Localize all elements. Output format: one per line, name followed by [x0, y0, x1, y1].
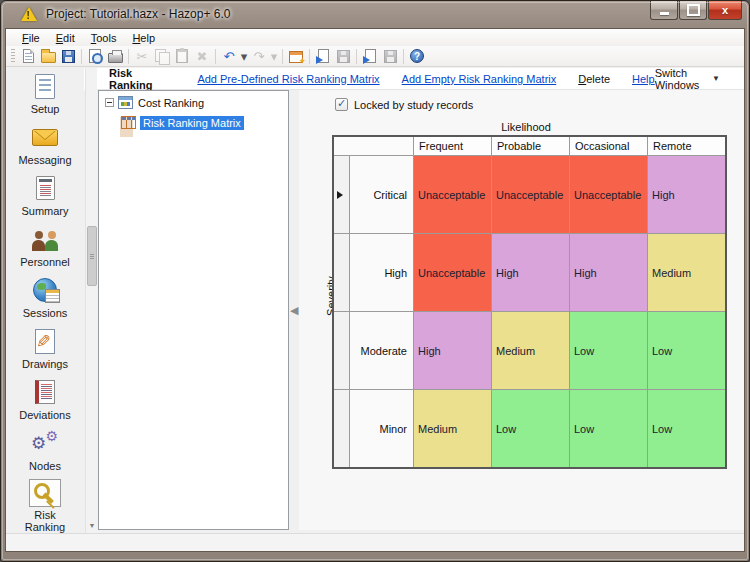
minimize-button[interactable]: [650, 1, 678, 20]
locked-checkbox[interactable]: [335, 98, 348, 111]
sidebar-item-deviations[interactable]: Deviations: [6, 374, 84, 425]
sidebar-item-nodes[interactable]: Nodes: [6, 425, 84, 476]
tree-node-label[interactable]: Cost Ranking: [138, 97, 204, 109]
sidebar-item-label: Personnel: [14, 256, 76, 268]
matrix-cell-moderate-frequent[interactable]: High: [414, 312, 491, 389]
matrix-row-header-minor[interactable]: Minor: [350, 390, 413, 467]
matrix-cell-minor-occasional[interactable]: Low: [570, 390, 647, 467]
matrix-row-header-critical[interactable]: Critical: [350, 156, 413, 233]
sidebar-item-label: Sessions: [14, 307, 76, 319]
matrix-cell-minor-probable[interactable]: Low: [492, 390, 569, 467]
open-report-icon[interactable]: [360, 47, 380, 65]
matrix-row-marker[interactable]: [334, 312, 349, 389]
new-file-icon[interactable]: [18, 47, 38, 65]
matrix-cell-critical-frequent[interactable]: Unacceptable: [414, 156, 491, 233]
matrix-panel: Locked by study records Likelihood Sever…: [299, 90, 744, 530]
matrix-table-icon: [121, 116, 136, 129]
maximize-button[interactable]: [679, 1, 707, 20]
toolbar-separator: [403, 49, 404, 64]
client-area: FileEditToolsHelp ✂✖↶▾↷▾? Risk Ranking A…: [5, 28, 745, 552]
report-icon: [36, 176, 55, 200]
matrix-cell-minor-remote[interactable]: Low: [648, 390, 725, 467]
menu-tools[interactable]: Tools: [83, 31, 125, 45]
current-row-arrow-icon: [337, 191, 343, 199]
matrix-col-header-frequent[interactable]: Frequent: [414, 137, 491, 155]
matrix-col-header-remote[interactable]: Remote: [648, 137, 725, 155]
tree-node-risk-ranking-matrix[interactable]: Risk Ranking Matrix: [121, 114, 288, 131]
header-action-delete[interactable]: Delete: [578, 73, 610, 85]
close-button[interactable]: x: [708, 1, 742, 20]
globe-calendar-icon: [33, 278, 57, 302]
matrix-row-marker[interactable]: [334, 156, 349, 233]
matrix-cell-moderate-remote[interactable]: Low: [648, 312, 725, 389]
matrix-col-header-probable[interactable]: Probable: [492, 137, 569, 155]
sidebar-scrollbar[interactable]: ▼: [85, 68, 97, 533]
switch-windows-label: Switch Windows: [655, 67, 706, 91]
print-icon: [108, 53, 123, 63]
undo-dropdown-icon: ▾: [241, 50, 248, 63]
redo-dropdown-icon: ▾: [271, 50, 278, 63]
menu-edit[interactable]: Edit: [48, 31, 83, 45]
undo-icon[interactable]: ↶: [219, 47, 239, 65]
toolbar-grip[interactable]: [11, 49, 15, 63]
sidebar-item-label: Deviations: [14, 409, 76, 421]
tree-node-label-selected[interactable]: Risk Ranking Matrix: [140, 116, 244, 130]
matrix-row-header-high[interactable]: High: [350, 234, 413, 311]
save-icon[interactable]: [58, 47, 78, 65]
locked-checkbox-label: Locked by study records: [354, 99, 473, 111]
toolbar-separator: [81, 49, 82, 64]
sidebar-item-messaging[interactable]: Messaging: [6, 119, 84, 170]
splitter-collapse-arrow[interactable]: ◀: [290, 301, 298, 319]
matrix-cell-moderate-probable[interactable]: Medium: [492, 312, 569, 389]
matrix-corner-cell: [334, 137, 413, 155]
help-icon[interactable]: ?: [407, 47, 427, 65]
notebook-icon: [35, 380, 55, 404]
scrollbar-down-arrow[interactable]: ▼: [86, 519, 98, 531]
delete-icon: ✖: [192, 47, 212, 65]
matrix-cell-critical-probable[interactable]: Unacceptable: [492, 156, 569, 233]
matrix-row-header-moderate[interactable]: Moderate: [350, 312, 413, 389]
copy-icon: [155, 49, 169, 63]
export-matrix-icon[interactable]: [286, 47, 306, 65]
print-icon[interactable]: [105, 47, 125, 65]
matrix-cell-minor-frequent[interactable]: Medium: [414, 390, 491, 467]
header-action-help[interactable]: Help: [632, 73, 655, 85]
risk-ranking-matrix: FrequentProbableOccasionalRemoteCritical…: [332, 135, 727, 469]
matrix-cell-critical-occasional[interactable]: Unacceptable: [570, 156, 647, 233]
matrix-cell-critical-remote[interactable]: High: [648, 156, 725, 233]
matrix-cell-high-frequent[interactable]: Unacceptable: [414, 234, 491, 311]
chevron-down-icon: ▼: [712, 74, 720, 83]
matrix-cell-high-occasional[interactable]: High: [570, 234, 647, 311]
matrix-cell-moderate-occasional[interactable]: Low: [570, 312, 647, 389]
sidebar-item-personnel[interactable]: Personnel: [6, 221, 84, 272]
title-bar[interactable]: Project: Tutorial.hazx - Hazop+ 6.0 x: [1, 1, 749, 28]
matrix-row-marker[interactable]: [334, 234, 349, 311]
matrix-row-marker[interactable]: [334, 390, 349, 467]
sidebar-item-summary[interactable]: Summary: [6, 170, 84, 221]
scrollbar-thumb[interactable]: [87, 226, 97, 286]
matrix-col-header-occasional[interactable]: Occasional: [570, 137, 647, 155]
open-study-icon[interactable]: [313, 47, 333, 65]
matrix-cell-high-remote[interactable]: Medium: [648, 234, 725, 311]
save-report-icon: [380, 47, 400, 65]
sidebar-item-sessions[interactable]: Sessions: [6, 272, 84, 323]
menu-file[interactable]: File: [14, 31, 48, 45]
menu-help[interactable]: Help: [124, 31, 163, 45]
sidebar-item-drawings[interactable]: Drawings: [6, 323, 84, 374]
switch-windows-button[interactable]: Switch Windows ▼: [655, 67, 720, 91]
header-links: Add Pre-Defined Risk Ranking MatrixAdd E…: [197, 73, 654, 85]
undo-dropdown-icon[interactable]: ▾: [239, 47, 249, 65]
copy-icon: [152, 47, 172, 65]
paste-icon: [176, 49, 188, 63]
gears-icon: [31, 431, 59, 455]
sidebar-item-setup[interactable]: Setup: [6, 68, 84, 119]
header-action-add-pre-defined-risk-ranking-matrix[interactable]: Add Pre-Defined Risk Ranking Matrix: [197, 73, 379, 85]
open-folder-icon[interactable]: [38, 47, 58, 65]
print-preview-icon[interactable]: [85, 47, 105, 65]
sidebar-item-risk-ranking[interactable]: Risk Ranking: [6, 476, 84, 527]
matrix-cell-high-probable[interactable]: High: [492, 234, 569, 311]
tree-node-cost-ranking[interactable]: Cost Ranking: [99, 94, 288, 111]
header-action-add-empty-risk-ranking-matrix[interactable]: Add Empty Risk Ranking Matrix: [402, 73, 557, 85]
tree-collapse-icon[interactable]: [105, 98, 114, 107]
people-icon: [31, 227, 59, 251]
